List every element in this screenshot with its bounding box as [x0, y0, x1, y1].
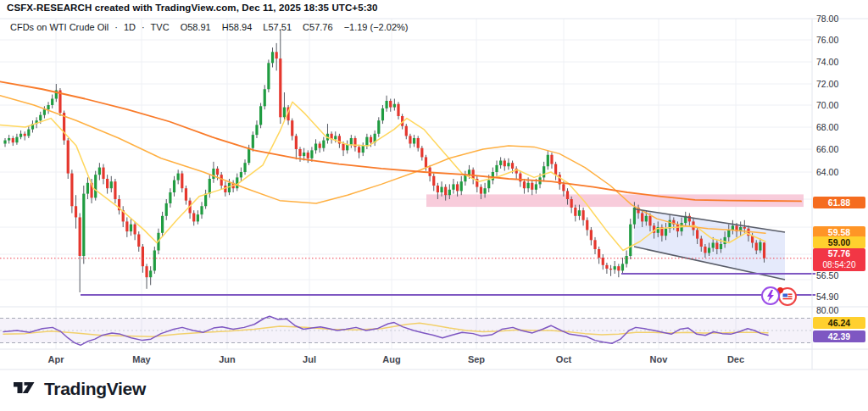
- candle-body: [574, 208, 576, 216]
- candle-body: [708, 248, 710, 253]
- candle-body: [145, 266, 147, 277]
- candle-body: [492, 172, 494, 181]
- candle-body: [177, 174, 180, 181]
- candle-body: [134, 225, 136, 235]
- candle-body: [350, 138, 353, 145]
- candle-body: [3, 141, 6, 144]
- price-scale-label: 64.00: [816, 167, 838, 177]
- rsi-badge: 42.39: [813, 330, 865, 342]
- candle-body: [724, 237, 726, 244]
- candle-body: [94, 175, 97, 197]
- candle-body: [626, 256, 628, 264]
- candle-body: [137, 235, 140, 247]
- candle-body: [365, 137, 368, 146]
- candle-body: [161, 216, 164, 233]
- candle-body: [432, 176, 435, 186]
- candle-body: [759, 242, 761, 251]
- rsi-scale-top-label: 80.00: [816, 305, 838, 315]
- lightning-icon[interactable]: [761, 286, 780, 305]
- candle-body: [243, 163, 246, 172]
- candle-body: [102, 168, 104, 179]
- candle-body: [264, 89, 266, 106]
- month-label-dec: Dec: [727, 354, 744, 364]
- us-flag-icon[interactable]: [778, 287, 797, 306]
- tradingview-logo-mark: [14, 381, 36, 397]
- candle-body: [39, 115, 42, 121]
- candle-body: [743, 227, 746, 229]
- candle-body: [712, 243, 715, 248]
- candle-body: [593, 240, 596, 249]
- candle-body: [448, 190, 451, 195]
- legend-symbol[interactable]: CFDs on WTI Crude Oil: [10, 22, 108, 32]
- candle-body: [283, 108, 286, 118]
- candle-body: [763, 242, 765, 258]
- ma-line-ma_slow: [0, 81, 801, 201]
- ma-fast-price-badge: 59.00: [813, 236, 865, 248]
- candle-body: [43, 109, 46, 115]
- legend-interval[interactable]: 1D: [124, 22, 136, 32]
- candle-body: [370, 137, 372, 143]
- candle-body: [385, 101, 387, 108]
- tradingview-logo[interactable]: TradingView: [14, 379, 146, 399]
- candle-body: [197, 214, 199, 221]
- candle-body: [487, 181, 490, 189]
- candle-body: [495, 165, 498, 172]
- candle-body: [621, 264, 624, 270]
- candle-body: [259, 106, 262, 125]
- candle-body: [106, 179, 108, 188]
- candle-body: [216, 169, 219, 175]
- candle-body: [346, 145, 348, 151]
- candle-body: [98, 168, 101, 175]
- candle-body: [586, 220, 588, 230]
- candle-body: [578, 210, 581, 216]
- month-label-jul: Jul: [303, 354, 316, 364]
- candle-body: [413, 138, 415, 144]
- legend-close: C57.76: [303, 22, 332, 32]
- candle-body: [511, 163, 514, 169]
- candle-body: [275, 52, 278, 58]
- candle-body: [248, 148, 250, 164]
- candle-body: [125, 221, 128, 231]
- candle-body: [319, 144, 321, 148]
- candle-body: [220, 175, 223, 186]
- bar-countdown: 08:54:20: [813, 259, 865, 270]
- candle-body: [609, 269, 612, 269]
- candle-body: [86, 183, 89, 194]
- candle-body: [641, 214, 643, 222]
- candle-body: [523, 181, 526, 188]
- candle-body: [19, 134, 22, 137]
- legend-high: H58.94: [222, 22, 252, 32]
- candle-body: [614, 266, 616, 269]
- candle-body: [645, 216, 648, 222]
- candle-body: [542, 166, 545, 177]
- candle-body: [358, 147, 360, 153]
- candle-body: [200, 206, 203, 214]
- candle-body: [342, 144, 344, 151]
- candle-body: [507, 163, 509, 166]
- candle-body: [629, 225, 632, 256]
- candle-body: [755, 243, 758, 251]
- month-label-nov: Nov: [650, 354, 668, 364]
- candle-body: [165, 203, 168, 216]
- candle-body: [397, 104, 399, 116]
- candle-body: [676, 225, 679, 231]
- price-scale-label: 66.00: [816, 144, 838, 154]
- candle-body: [267, 63, 270, 89]
- month-label-oct: Oct: [556, 354, 571, 364]
- candle-body: [82, 194, 85, 256]
- candle-body: [67, 141, 70, 174]
- candle-body: [255, 125, 258, 135]
- candle-body: [527, 183, 530, 188]
- chart-canvas[interactable]: [0, 0, 868, 411]
- candle-body: [212, 169, 214, 179]
- rsi-ma-badge: 46.24: [813, 317, 865, 329]
- candle-body: [535, 184, 537, 189]
- month-label-aug: Aug: [382, 354, 400, 364]
- candle-body: [79, 217, 81, 256]
- candle-body: [425, 157, 427, 167]
- legend-separator: ·: [142, 22, 145, 32]
- candle-body: [648, 216, 651, 226]
- candle-body: [704, 247, 706, 253]
- month-label-may: May: [132, 354, 150, 364]
- price-scale-label: 70.00: [816, 100, 838, 110]
